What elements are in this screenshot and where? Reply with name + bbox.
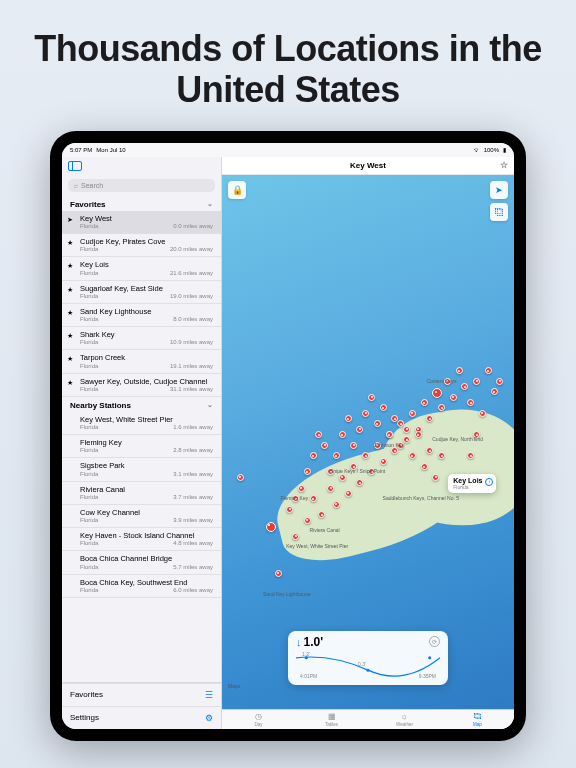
map-pin[interactable] [237, 474, 244, 481]
map-pin[interactable] [461, 383, 468, 390]
star-icon: ★ [67, 355, 73, 363]
row-region: Florida [80, 270, 98, 276]
map-pin[interactable] [368, 394, 375, 401]
tab-label: Day [254, 722, 262, 727]
map-pin[interactable] [304, 517, 311, 524]
map-callout[interactable]: Key Lois Florida i [448, 474, 496, 493]
tab-weather[interactable]: ☼Weather [368, 710, 441, 729]
favorite-row[interactable]: ★Tarpon CreekFlorida19.1 miles away [62, 350, 221, 373]
callout-title: Key Lois [453, 477, 482, 484]
favorites-button[interactable]: Favorites ☰ [62, 683, 221, 706]
row-region: Florida [80, 587, 98, 593]
refresh-button[interactable]: ⟳ [429, 636, 440, 647]
map-pin[interactable] [339, 474, 346, 481]
map-pin[interactable] [473, 378, 480, 385]
nearby-row[interactable]: Boca Chica Channel BridgeFlorida5.7 mile… [62, 551, 221, 574]
map-layers-button[interactable]: ⿻ [490, 203, 508, 221]
map-pin[interactable] [333, 501, 340, 508]
map-pin[interactable] [380, 458, 387, 465]
tide-high: 1.2' [302, 651, 310, 657]
nearby-row[interactable]: Sigsbee ParkFlorida3.1 miles away [62, 458, 221, 481]
map-pin[interactable] [292, 533, 299, 540]
map-pin[interactable] [491, 388, 498, 395]
row-region: Florida [80, 363, 98, 369]
map-pin[interactable] [345, 415, 352, 422]
map-pin[interactable] [403, 426, 410, 433]
nearby-row[interactable]: Boca Chica Key, Southwest EndFlorida6.0 … [62, 575, 221, 598]
favorite-row[interactable]: ★Sand Key LighthouseFlorida8.0 miles awa… [62, 304, 221, 327]
map-pin[interactable] [421, 463, 428, 470]
map-pin[interactable] [310, 495, 317, 502]
map-pin[interactable] [350, 442, 357, 449]
map-pin[interactable] [485, 367, 492, 374]
wifi-icon: ᯤ [474, 147, 480, 153]
map-pin[interactable] [345, 490, 352, 497]
map-pin[interactable] [479, 410, 486, 417]
row-title: Key West, White Street Pier [80, 416, 213, 424]
row-region: Florida [80, 517, 98, 523]
row-title: Cudjoe Key, Pirates Cove [80, 238, 213, 246]
row-distance: 10.9 miles away [170, 339, 213, 345]
map-pin[interactable] [380, 404, 387, 411]
map-pin[interactable] [275, 570, 282, 577]
map-pin[interactable] [450, 394, 457, 401]
favorite-star-icon[interactable]: ☆ [500, 160, 508, 170]
map-pin[interactable] [327, 485, 334, 492]
list-icon: ☰ [205, 690, 213, 700]
map-pin[interactable] [456, 367, 463, 374]
section-header-favorites[interactable]: Favorites ⌄ [62, 196, 221, 211]
row-distance: 19.1 miles away [170, 363, 213, 369]
row-region: Florida [80, 564, 98, 570]
favorite-row[interactable]: ➤Key WestFlorida0.0 miles away [62, 211, 221, 234]
map-pin[interactable] [298, 485, 305, 492]
nearby-row[interactable]: Key Haven - Stock Island ChannelFlorida4… [62, 528, 221, 551]
tab-map[interactable]: ⿻Map [441, 710, 514, 729]
map-pin[interactable] [266, 522, 276, 532]
map-pin[interactable] [304, 468, 311, 475]
map-label: Fleming Key [280, 495, 308, 501]
nearby-row[interactable]: Cow Key ChannelFlorida3.9 miles away [62, 505, 221, 528]
nearby-row[interactable]: Key West, White Street PierFlorida1.6 mi… [62, 412, 221, 435]
section-header-nearby[interactable]: Nearby Stations ⌄ [62, 397, 221, 412]
map-view[interactable]: 🔒 ➤ ⿻ Sand Key Lighthouse Fleming Key Ri… [222, 175, 514, 709]
map-pin[interactable] [432, 388, 442, 398]
map-pin[interactable] [362, 410, 369, 417]
nearby-row[interactable]: Riviera CanalFlorida3.7 miles away [62, 482, 221, 505]
settings-button[interactable]: Settings ⚙ [62, 706, 221, 729]
row-distance: 21.6 miles away [170, 270, 213, 276]
tide-card[interactable]: ↓ 1.0' ⟳ [288, 631, 448, 685]
sidebar-toggle-icon[interactable] [68, 161, 82, 171]
map-pin[interactable] [467, 399, 474, 406]
map-pin[interactable] [333, 452, 340, 459]
map-pin[interactable] [310, 452, 317, 459]
favorite-row[interactable]: ★Cudjoe Key, Pirates CoveFlorida20.0 mil… [62, 234, 221, 257]
map-pin[interactable] [432, 474, 439, 481]
row-title: Fleming Key [80, 439, 213, 447]
map-pin[interactable] [496, 378, 503, 385]
favorite-row[interactable]: ★Sawyer Key, Outside, Cudjoe ChannelFlor… [62, 374, 221, 397]
svg-point-2 [366, 668, 369, 671]
row-region: Florida [80, 447, 98, 453]
nearby-list: Key West, White Street PierFlorida1.6 mi… [62, 412, 221, 598]
tab-tables[interactable]: ▦Tables [295, 710, 368, 729]
favorite-row[interactable]: ★Key LoisFlorida21.6 miles away [62, 257, 221, 280]
locate-button[interactable]: ➤ [490, 181, 508, 199]
map-pin[interactable] [356, 426, 363, 433]
favorite-row[interactable]: ★Sugarloaf Key, East SideFlorida19.0 mil… [62, 281, 221, 304]
map-pin[interactable] [374, 420, 381, 427]
map-pin[interactable] [421, 399, 428, 406]
search-placeholder: Search [81, 182, 103, 189]
map-label: Saddlebunch Keys, Channel No. 5 [383, 495, 459, 501]
map-pin[interactable] [321, 442, 328, 449]
map-pin[interactable] [409, 410, 416, 417]
map-pin[interactable] [339, 431, 346, 438]
info-icon[interactable]: i [485, 478, 493, 486]
favorite-row[interactable]: ★Shark KeyFlorida10.9 miles away [62, 327, 221, 350]
lock-button[interactable]: 🔒 [228, 181, 246, 199]
map-pin[interactable] [415, 431, 422, 438]
tab-day[interactable]: ◷Day [222, 710, 295, 729]
nearby-row[interactable]: Fleming KeyFlorida2.8 miles away [62, 435, 221, 458]
search-input[interactable]: ⌕ Search [68, 179, 215, 192]
map-pin[interactable] [386, 431, 393, 438]
map-pin[interactable] [315, 431, 322, 438]
